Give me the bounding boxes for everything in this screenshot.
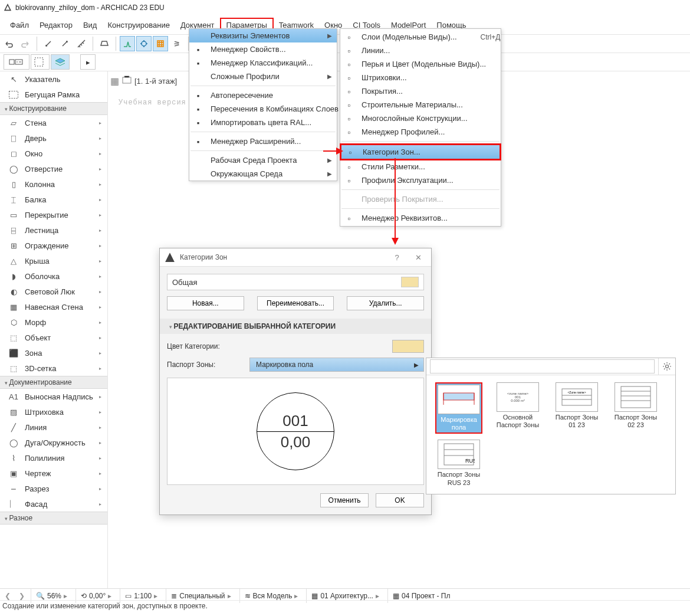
dialog-help-button[interactable]: ?: [386, 249, 408, 266]
menuitem[interactable]: ▪Менеджер Расширений...: [189, 135, 337, 148]
menuitem[interactable]: ▫Штриховки...: [340, 71, 501, 84]
color-swatch[interactable]: [392, 340, 424, 353]
rename-button[interactable]: Переименовать...: [257, 296, 334, 310]
tool-Разрез[interactable]: ⎼Разрез▸: [0, 481, 107, 496]
section-design[interactable]: Конструирование: [0, 102, 107, 115]
tool-Отверстие[interactable]: ◯Отверстие▸: [0, 161, 107, 176]
menuitem[interactable]: ▪Импортировать цвета RAL...: [189, 116, 337, 129]
menuitem[interactable]: ▪Пересечения в Комбинациях Слоев: [189, 102, 337, 116]
tab-floor-icon[interactable]: [121, 75, 132, 87]
nav-back-icon[interactable]: ❮: [2, 592, 13, 600]
zoom-value[interactable]: 56%: [47, 592, 61, 600]
menuitem[interactable]: ▪Автопересечение: [189, 89, 337, 102]
menuitem[interactable]: ▫Менеджер Реквизитов...: [340, 211, 501, 225]
menu-design[interactable]: Конструирование: [102, 19, 175, 31]
menuitem[interactable]: ▫Профили Эксплуатации...: [340, 173, 501, 187]
menuitem[interactable]: ▪Менеджер Свойств...: [189, 42, 337, 56]
ok-button[interactable]: OK: [376, 493, 424, 507]
angle-value[interactable]: 0,00°: [89, 592, 106, 600]
toolbtn-layers[interactable]: [51, 54, 70, 70]
menuitem[interactable]: ▫Слои (Модельные Виды)...Ctrl+Д: [340, 30, 501, 44]
toolbtn-favs[interactable]: [4, 54, 29, 70]
tool-Дверь[interactable]: ⎕Дверь▸: [0, 130, 107, 146]
snap-button-2[interactable]: [136, 36, 152, 51]
penset-value[interactable]: Специальный: [179, 592, 225, 600]
scale-value[interactable]: 1:100: [134, 592, 152, 600]
new-button[interactable]: Новая...: [167, 296, 244, 310]
tool-Штриховка[interactable]: ▨Штриховка▸: [0, 404, 107, 420]
menuitem[interactable]: ▫Менеджер Профилей...: [340, 125, 501, 139]
layercombo-value[interactable]: Вся Модель: [253, 592, 293, 600]
snap-button-1[interactable]: [120, 36, 135, 51]
menuitem[interactable]: Рабочая Среда Проекта▶: [189, 153, 337, 167]
toolbtn-marquee[interactable]: [31, 54, 50, 70]
dialog-close-button[interactable]: ✕: [408, 249, 429, 266]
section-misc[interactable]: Разное: [0, 512, 107, 525]
tool-marquee[interactable]: Бегущая Рамка: [0, 87, 107, 102]
snap-button-3[interactable]: [153, 36, 168, 51]
measure-button[interactable]: [74, 36, 89, 51]
picker-item[interactable]: RUSПаспорт Зоны RUS 23: [430, 437, 488, 489]
tool-Световой Люк[interactable]: ◐Световой Люк▸: [0, 284, 107, 299]
picker-settings-button[interactable]: [658, 358, 675, 375]
tool-Перекрытие[interactable]: ▭Перекрытие▸: [0, 207, 107, 222]
tool-Навесная Стена[interactable]: ▦Навесная Стена▸: [0, 299, 107, 314]
tool-Морф[interactable]: ⬡Морф▸: [0, 314, 107, 330]
menuitem[interactable]: ▫Стили Разметки...: [340, 160, 501, 173]
redo-button[interactable]: [18, 36, 33, 51]
menuitem[interactable]: ▫Категории Зон...: [340, 144, 501, 160]
view-value[interactable]: 01 Архитектур...: [320, 592, 373, 600]
menu-editor[interactable]: Редактор: [34, 19, 78, 31]
edit-section-header[interactable]: РЕДАКТИРОВАНИЕ ВЫБРАННОЙ КАТЕГОРИИ: [160, 319, 431, 334]
tool-Зона[interactable]: ⬛Зона▸: [0, 345, 107, 361]
menuitem[interactable]: ▫Покрытия...: [340, 84, 501, 98]
picker-item[interactable]: <zone name>0010.000 m²Основной Паспорт З…: [489, 380, 547, 436]
menuitem[interactable]: Сложные Профили▶: [189, 70, 337, 83]
tool-Колонна[interactable]: ▯Колонна▸: [0, 176, 107, 192]
tool-Объект[interactable]: ⬚Объект▸: [0, 330, 107, 345]
tool-Лестница[interactable]: ⌸Лестница▸: [0, 222, 107, 238]
category-list[interactable]: Общая: [167, 274, 424, 290]
tool-Дуга/Окружность[interactable]: ◯Дуга/Окружность▸: [0, 435, 107, 450]
suspend-button[interactable]: ⚞: [169, 36, 185, 51]
menu-file[interactable]: Файл: [5, 19, 34, 31]
menuitem[interactable]: ▪Менеджер Классификаций...: [189, 56, 337, 70]
tool-Чертеж[interactable]: ▣Чертеж▸: [0, 466, 107, 481]
passport-select[interactable]: Маркировка пола ▶: [249, 358, 424, 372]
section-doc[interactable]: Документирование: [0, 376, 107, 389]
tool-3D-сетка[interactable]: ⬚3D-сетка▸: [0, 361, 107, 376]
inject-button[interactable]: [57, 36, 73, 51]
picker-search-input[interactable]: [430, 359, 655, 373]
cancel-button[interactable]: Отменить: [320, 493, 369, 507]
toolbtn-arrow[interactable]: ▸: [80, 54, 96, 70]
menu-view[interactable]: Вид: [78, 19, 103, 31]
tool-Фасад[interactable]: ⎸Фасад▸: [0, 496, 107, 512]
tool-Линия[interactable]: ╱Линия▸: [0, 420, 107, 435]
menuitem[interactable]: Реквизиты Элементов▶: [189, 29, 337, 42]
layout-value[interactable]: 04 Проект - Пл: [402, 592, 451, 600]
tool-Окно[interactable]: ◻Окно▸: [0, 146, 107, 161]
ruler-button[interactable]: [97, 36, 112, 51]
tool-pointer[interactable]: ↖Указатель: [0, 71, 107, 87]
menuitem[interactable]: ▫Строительные Материалы...: [340, 98, 501, 112]
delete-button[interactable]: Удалить...: [347, 296, 424, 310]
pickup-button[interactable]: [41, 36, 56, 51]
tool-Ограждение[interactable]: ⊞Ограждение▸: [0, 238, 107, 253]
tool-Оболочка[interactable]: ◗Оболочка▸: [0, 268, 107, 284]
tab-label[interactable]: [1. 1-й этаж]: [134, 77, 177, 86]
menuitem[interactable]: Окружающая Среда▶: [189, 167, 337, 181]
nav-fwd-icon[interactable]: ❯: [17, 592, 27, 600]
tool-Стена[interactable]: ▱Стена▸: [0, 115, 107, 130]
picker-item[interactable]: Паспорт Зоны 02 23: [607, 380, 665, 436]
menuitem[interactable]: ▫Многослойные Конструкции...: [340, 112, 501, 125]
tool-Балка[interactable]: ⌶Балка▸: [0, 192, 107, 207]
undo-button[interactable]: [1, 36, 17, 51]
tool-Крыша[interactable]: △Крыша▸: [0, 253, 107, 268]
picker-item[interactable]: <Zone name>Паспорт Зоны 01 23: [548, 380, 606, 436]
tab-grid-icon[interactable]: ▦: [110, 76, 119, 87]
menuitem[interactable]: ▫Линии...: [340, 44, 501, 57]
picker-item[interactable]: Маркировка пола: [430, 380, 488, 436]
menuitem[interactable]: ▫Перья и Цвет (Модельные Виды)...: [340, 57, 501, 71]
tool-Полилиния[interactable]: ⌇Полилиния▸: [0, 450, 107, 466]
tool-Выносная Надпись[interactable]: A1Выносная Надпись▸: [0, 389, 107, 404]
